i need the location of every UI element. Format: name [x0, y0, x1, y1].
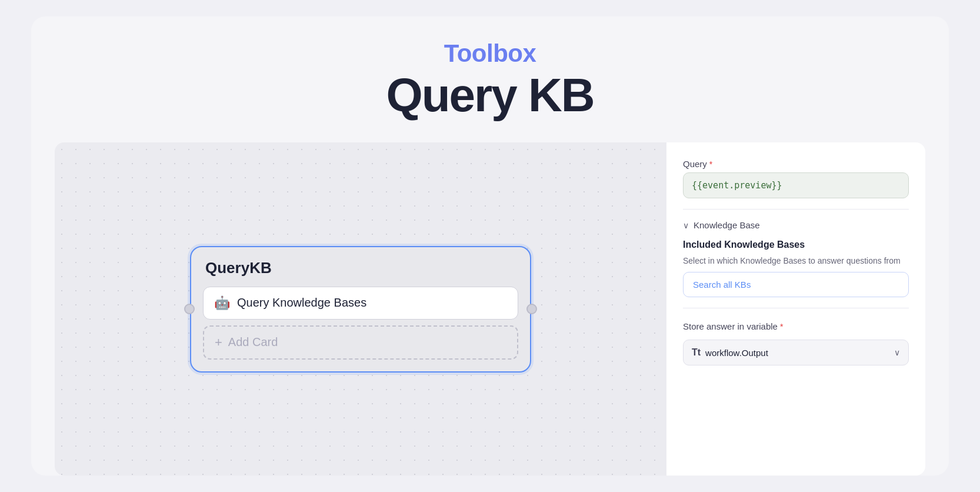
type-icon: Tt	[692, 347, 701, 358]
store-variable-label: Store answer in variable *	[683, 321, 909, 331]
node-card[interactable]: QueryKB 🤖 Query Knowledge Bases + Add Ca…	[190, 246, 531, 373]
divider-1	[683, 209, 909, 210]
node-wrapper: QueryKB 🤖 Query Knowledge Bases + Add Ca…	[190, 246, 531, 373]
main-panel: QueryKB 🤖 Query Knowledge Bases + Add Ca…	[31, 142, 949, 476]
add-card-label: Add Card	[228, 335, 278, 349]
variable-value: workflow.Output	[705, 348, 889, 358]
node-item[interactable]: 🤖 Query Knowledge Bases	[203, 287, 518, 320]
included-kb-section: Included Knowledge Bases Select in which…	[683, 240, 909, 297]
knowledge-base-label: Knowledge Base	[694, 220, 760, 230]
add-card-area[interactable]: + Add Card	[203, 325, 518, 360]
node-item-text: Query Knowledge Bases	[237, 296, 366, 310]
toolbox-label: Toolbox	[444, 40, 536, 67]
variable-selector[interactable]: Tt workflow.Output ∨	[683, 340, 909, 365]
query-input[interactable]: {{event.preview}}	[683, 172, 909, 198]
variable-chevron-icon: ∨	[894, 348, 900, 357]
robot-icon: 🤖	[214, 295, 230, 311]
included-kb-title: Included Knowledge Bases	[683, 240, 909, 250]
connector-dot-right	[526, 304, 537, 314]
plus-icon: +	[215, 335, 222, 350]
chevron-down-icon: ∨	[683, 221, 689, 230]
query-required-star: *	[709, 159, 712, 169]
query-field-label: Query *	[683, 159, 909, 169]
page-title: Query KB	[386, 69, 594, 121]
search-kbs-button[interactable]: Search all KBs	[683, 272, 909, 297]
canvas-area: QueryKB 🤖 Query Knowledge Bases + Add Ca…	[55, 142, 666, 476]
store-required-star: *	[780, 322, 783, 331]
page-container: Toolbox Query KB QueryKB 🤖 Query Knowled…	[31, 16, 949, 476]
query-field-section: Query * {{event.preview}}	[683, 159, 909, 198]
knowledge-base-header[interactable]: ∨ Knowledge Base	[683, 220, 909, 230]
store-variable-section: Store answer in variable * Tt workflow.O…	[683, 321, 909, 365]
divider-2	[683, 308, 909, 308]
right-panel: Query * {{event.preview}} ∨ Knowledge Ba…	[666, 142, 925, 476]
node-title: QueryKB	[203, 259, 518, 277]
connector-dot-left	[184, 304, 195, 314]
included-kb-desc: Select in which Knowledge Bases to answe…	[683, 255, 909, 267]
